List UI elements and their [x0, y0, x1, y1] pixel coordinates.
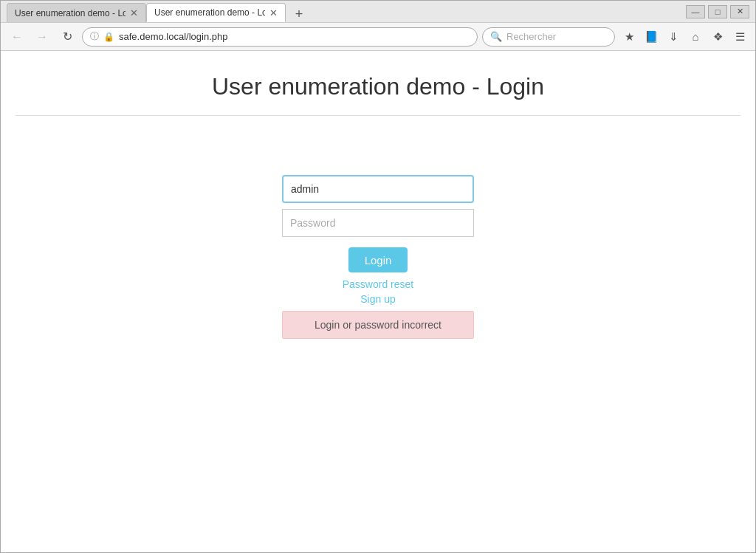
page-header: User enumeration demo - Login: [1, 51, 755, 131]
tab-1-close[interactable]: ✕: [130, 8, 138, 18]
new-tab-button[interactable]: +: [289, 6, 309, 22]
login-container: Login Password reset Sign up Login or pa…: [1, 131, 755, 368]
tab-1[interactable]: User enumeration demo - Login ✕: [7, 3, 146, 22]
link-group: Password reset Sign up: [343, 278, 413, 305]
menu-button[interactable]: ☰: [730, 27, 749, 47]
nav-icons: ★ 📘 ⇓ ⌂ ❖ ☰: [619, 27, 749, 47]
bookmark-star-button[interactable]: ★: [619, 27, 639, 47]
bookmark-button[interactable]: 📘: [642, 27, 661, 47]
maximize-button[interactable]: □: [708, 5, 727, 18]
search-bar[interactable]: 🔍 Rechercher: [482, 27, 615, 47]
page-content: User enumeration demo - Login Login Pass…: [1, 51, 755, 552]
back-button[interactable]: ←: [7, 27, 27, 47]
search-icon: 🔍: [490, 31, 502, 42]
page-title: User enumeration demo - Login: [16, 73, 740, 100]
download-button[interactable]: ⇓: [664, 27, 683, 47]
tab-2[interactable]: User enumeration demo - Login ✕: [146, 3, 286, 22]
home-button[interactable]: ⌂: [686, 27, 705, 47]
search-placeholder: Rechercher: [506, 31, 556, 42]
signup-link[interactable]: Sign up: [360, 293, 395, 305]
browser-window: User enumeration demo - Login ✕ User enu…: [0, 0, 756, 553]
close-button[interactable]: ✕: [730, 5, 749, 18]
login-form: Login: [16, 175, 740, 272]
refresh-button[interactable]: ↻: [57, 27, 78, 47]
login-button[interactable]: Login: [348, 247, 408, 272]
tab-bar: User enumeration demo - Login ✕ User enu…: [7, 3, 749, 22]
window-controls: — □ ✕: [686, 5, 749, 18]
password-input[interactable]: [282, 209, 474, 237]
username-input[interactable]: [282, 175, 474, 203]
page-divider: [16, 115, 740, 116]
info-icon: ⓘ: [90, 30, 99, 43]
tab-1-label: User enumeration demo - Login: [15, 8, 126, 18]
forward-button[interactable]: →: [32, 27, 52, 47]
tab-2-label: User enumeration demo - Login: [154, 7, 265, 18]
address-bar[interactable]: ⓘ 🔒 safe.demo.local/login.php: [82, 27, 478, 47]
password-reset-link[interactable]: Password reset: [343, 278, 413, 290]
pocket-button[interactable]: ❖: [708, 27, 727, 47]
address-text: safe.demo.local/login.php: [119, 31, 470, 42]
error-message: Login or password incorrect: [282, 311, 474, 339]
lock-icon: 🔒: [103, 32, 114, 42]
nav-bar: ← → ↻ ⓘ 🔒 safe.demo.local/login.php 🔍 Re…: [1, 23, 755, 51]
tab-2-close[interactable]: ✕: [269, 8, 278, 18]
minimize-button[interactable]: —: [686, 5, 705, 18]
title-bar: User enumeration demo - Login ✕ User enu…: [1, 1, 755, 23]
